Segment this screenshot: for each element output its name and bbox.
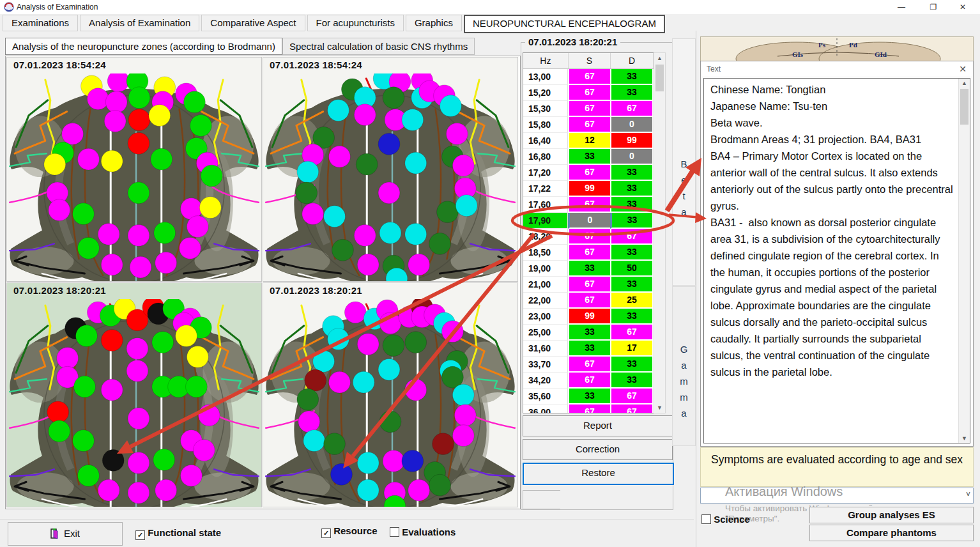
zone-dot[interactable]: [101, 150, 123, 172]
table-row[interactable]: 17,606733: [523, 197, 654, 213]
table-row[interactable]: 36,006767: [523, 404, 654, 413]
table-row[interactable]: 25,003367: [523, 325, 654, 341]
zone-dot[interactable]: [408, 479, 430, 501]
zone-dot[interactable]: [405, 332, 427, 353]
phantom-image[interactable]: [263, 73, 517, 282]
zone-dot[interactable]: [102, 450, 124, 472]
zone-dot[interactable]: [184, 91, 206, 113]
table-row[interactable]: 21,006733: [523, 277, 654, 293]
phantom-cell[interactable]: 07.01.2023 18:20:21: [6, 282, 262, 507]
subtab-1[interactable]: Spectral calculation of basic CNS rhythm…: [282, 38, 475, 55]
zone-dot[interactable]: [181, 465, 203, 486]
zone-dot[interactable]: [186, 376, 208, 397]
zone-dot[interactable]: [329, 146, 351, 167]
table-row[interactable]: 18,206767: [523, 229, 654, 245]
zone-dot[interactable]: [429, 474, 451, 496]
zone-dot[interactable]: [199, 197, 221, 219]
table-row[interactable]: 31,603317: [523, 341, 654, 357]
cell-hz[interactable]: 17,22: [523, 181, 568, 197]
zone-dot[interactable]: [405, 152, 427, 174]
cell-d[interactable]: 33: [610, 181, 652, 197]
zone-dot[interactable]: [383, 87, 404, 109]
scroll-down-icon[interactable]: ▼: [654, 403, 665, 413]
cell-s[interactable]: 33: [568, 389, 610, 404]
table-row[interactable]: 35,603367: [523, 389, 654, 404]
table-row[interactable]: 15,206733: [523, 85, 654, 101]
group-analyses-button[interactable]: Group analyses ES: [809, 507, 974, 523]
zone-dot[interactable]: [305, 369, 326, 391]
zone-dot[interactable]: [49, 199, 70, 221]
zone-dot[interactable]: [153, 449, 175, 471]
zone-dot[interactable]: [128, 482, 149, 504]
tab-comparative-aspect[interactable]: Comparative Aspect: [201, 15, 305, 31]
restore-button-panel[interactable]: Restore: [523, 463, 674, 485]
phantom-cell[interactable]: 07.01.2023 18:54:24: [263, 57, 518, 282]
zone-dot[interactable]: [155, 252, 177, 274]
zone-dot[interactable]: [297, 389, 319, 410]
zone-dot[interactable]: [47, 401, 69, 423]
cell-d[interactable]: 67: [610, 404, 652, 413]
zone-dot[interactable]: [78, 148, 100, 170]
zone-dot[interactable]: [128, 408, 149, 429]
zone-dot[interactable]: [383, 335, 404, 357]
checkbox-icon[interactable]: [390, 527, 399, 537]
table-row[interactable]: 15,80670: [523, 117, 654, 133]
zone-dot[interactable]: [152, 332, 174, 353]
zone-dot[interactable]: [357, 452, 379, 474]
cell-hz[interactable]: 19,00: [523, 261, 568, 277]
phantom-image[interactable]: [7, 73, 261, 282]
zone-dot[interactable]: [344, 302, 366, 323]
resource-checkbox[interactable]: ✓ Resource: [321, 525, 378, 538]
cell-d[interactable]: 33: [610, 69, 652, 85]
zone-dot[interactable]: [354, 225, 376, 247]
zone-dot[interactable]: [452, 155, 474, 176]
cell-hz[interactable]: 22,00: [523, 293, 568, 309]
cell-s[interactable]: 67: [568, 357, 610, 373]
zone-dot[interactable]: [57, 348, 79, 369]
evaluations-checkbox[interactable]: Evaluations: [390, 527, 456, 537]
table-row[interactable]: 16,80330: [523, 149, 654, 165]
zone-dot[interactable]: [332, 239, 354, 261]
text-scrollbar[interactable]: ▲ ▼: [958, 79, 970, 443]
zone-dot[interactable]: [155, 479, 177, 501]
cell-hz[interactable]: 18,20: [523, 229, 568, 245]
zone-dot[interactable]: [149, 105, 171, 127]
cell-hz[interactable]: 16,80: [523, 149, 568, 165]
cell-s[interactable]: 67: [568, 245, 610, 261]
zone-dot[interactable]: [452, 384, 474, 406]
zone-dot[interactable]: [128, 182, 149, 204]
cell-s[interactable]: 67: [568, 277, 610, 293]
zone-dot[interactable]: [452, 425, 474, 447]
tab-analysis-of-examination[interactable]: Analysis of Examination: [80, 15, 199, 31]
zone-dot[interactable]: [324, 433, 346, 455]
cell-hz[interactable]: 18,50: [523, 245, 568, 261]
zone-dot[interactable]: [297, 161, 319, 183]
zone-dot[interactable]: [128, 109, 150, 131]
correction-button[interactable]: Correction: [523, 439, 673, 460]
zone-dot[interactable]: [378, 182, 400, 204]
checkbox-icon[interactable]: [701, 514, 711, 524]
zone-dot[interactable]: [126, 360, 148, 381]
phantom-image[interactable]: [7, 299, 261, 507]
zone-dot[interactable]: [180, 237, 201, 259]
table-row[interactable]: 13,006733: [523, 69, 654, 85]
cell-s[interactable]: 33: [568, 341, 610, 357]
zone-dot[interactable]: [128, 452, 149, 474]
cell-s[interactable]: 33: [568, 149, 610, 165]
tab-beta[interactable]: Beta: [672, 38, 696, 286]
cell-d[interactable]: 33: [610, 213, 652, 229]
zone-dot[interactable]: [328, 100, 349, 121]
cell-s[interactable]: 67: [568, 404, 610, 413]
cell-hz[interactable]: 16,40: [523, 133, 568, 149]
cell-hz[interactable]: 23,00: [523, 309, 568, 325]
zone-dot[interactable]: [151, 148, 172, 170]
zone-dot[interactable]: [126, 338, 148, 360]
zone-dot[interactable]: [446, 123, 468, 145]
zone-dot[interactable]: [176, 325, 197, 347]
cell-hz[interactable]: 13,00: [523, 69, 568, 85]
table-row[interactable]: 17,229933: [523, 181, 654, 197]
zone-dot[interactable]: [101, 254, 123, 275]
zone-dot[interactable]: [101, 379, 123, 401]
cell-s[interactable]: 67: [568, 101, 610, 117]
zone-dot[interactable]: [356, 153, 378, 175]
